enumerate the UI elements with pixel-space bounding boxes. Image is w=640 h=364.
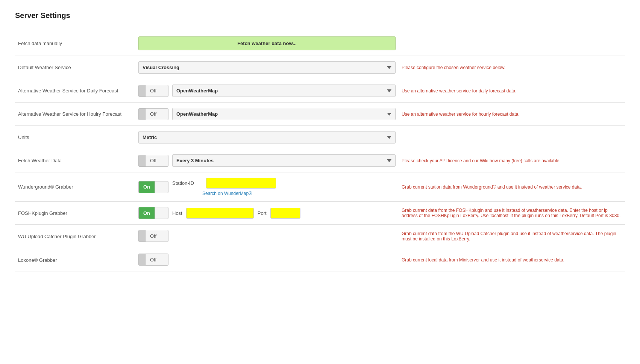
settings-row: FOSHKplugin Grabber On Host Port Grab cu… bbox=[15, 202, 625, 225]
host-port-row: Host Port bbox=[172, 208, 300, 219]
settings-row: Fetch data manually Fetch weather data n… bbox=[15, 31, 625, 56]
row-label: Units bbox=[15, 126, 135, 149]
toggle-stationid-group: On Station-ID Search on WunderMap® bbox=[138, 178, 396, 196]
port-input[interactable] bbox=[270, 208, 300, 219]
row-control: Visual CrossingOpenWeatherMapDarkSky bbox=[135, 56, 399, 79]
row-label: Fetch data manually bbox=[15, 31, 135, 56]
row-note bbox=[399, 31, 625, 56]
toggle-button[interactable]: Off bbox=[138, 108, 168, 120]
toggle-label: On bbox=[139, 207, 155, 219]
row-label: Loxone® Grabber bbox=[15, 248, 135, 272]
row-control: On Station-ID Search on WunderMap® bbox=[135, 172, 399, 202]
toggle-button[interactable]: On bbox=[138, 207, 168, 219]
row-control: Off bbox=[135, 225, 399, 248]
row-label: FOSHKplugin Grabber bbox=[15, 202, 135, 225]
toggle-knob bbox=[139, 254, 146, 265]
toggle-knob bbox=[139, 109, 146, 120]
toggle-label: On bbox=[139, 181, 155, 193]
toggle-knob bbox=[155, 181, 161, 193]
select-control[interactable]: Visual CrossingOpenWeatherMapDarkSky bbox=[138, 61, 396, 74]
toggle-label: Off bbox=[146, 111, 161, 117]
toggle-knob bbox=[139, 230, 146, 242]
row-control: On Host Port bbox=[135, 202, 399, 225]
toggle-select-group: Off OpenWeatherMapVisual CrossingDarkSky bbox=[138, 108, 396, 120]
page-title: Server Settings bbox=[15, 11, 625, 20]
toggle-label: Off bbox=[146, 233, 161, 239]
toggle-knob bbox=[139, 155, 146, 166]
row-control: MetricImperial bbox=[135, 126, 399, 149]
select-control[interactable]: OpenWeatherMapVisual CrossingDarkSky bbox=[172, 85, 396, 97]
toggle-knob bbox=[155, 207, 161, 219]
row-note: Use an alternative weather service for d… bbox=[399, 79, 625, 103]
row-note: Use an alternative weather service for h… bbox=[399, 103, 625, 126]
row-control: Fetch weather data now... bbox=[135, 31, 399, 56]
row-label: WU Upload Catcher Plugin Grabber bbox=[15, 225, 135, 248]
settings-row: Fetch Weather Data Off Every 3 MinutesEv… bbox=[15, 149, 625, 172]
settings-table: Fetch data manually Fetch weather data n… bbox=[15, 31, 625, 272]
row-note: Please configure the chosen weather serv… bbox=[399, 56, 625, 79]
row-label: Alternative Weather Service for Daily Fo… bbox=[15, 79, 135, 103]
fetch-now-button[interactable]: Fetch weather data now... bbox=[138, 36, 396, 50]
row-note: Grab current data from the WU Upload Cat… bbox=[399, 225, 625, 248]
select-control[interactable]: OpenWeatherMapVisual CrossingDarkSky bbox=[172, 108, 396, 120]
settings-row: Wunderground® Grabber On Station-ID Sear… bbox=[15, 172, 625, 202]
row-note: Grab current station data from Wundergro… bbox=[399, 172, 625, 202]
station-id-section: Station-ID Search on WunderMap® bbox=[172, 178, 276, 196]
toggle-label: Off bbox=[146, 88, 161, 94]
toggle-button[interactable]: Off bbox=[138, 230, 168, 242]
settings-row: Units MetricImperial bbox=[15, 126, 625, 149]
station-id-label: Station-ID bbox=[172, 180, 202, 186]
row-note bbox=[399, 126, 625, 149]
host-label: Host bbox=[172, 210, 182, 216]
row-control: Off bbox=[135, 248, 399, 272]
port-label: Port bbox=[258, 210, 267, 216]
toggle-button[interactable]: Off bbox=[138, 254, 168, 266]
toggle-button[interactable]: On bbox=[138, 181, 168, 193]
row-note: Please check your API licence and our Wi… bbox=[399, 149, 625, 172]
settings-row: Default Weather Service Visual CrossingO… bbox=[15, 56, 625, 79]
select-control[interactable]: MetricImperial bbox=[138, 131, 396, 143]
settings-row: Alternative Weather Service for Houlry F… bbox=[15, 103, 625, 126]
row-note: Grab current data from the FOSHKplugin a… bbox=[399, 202, 625, 225]
row-control: Off OpenWeatherMapVisual CrossingDarkSky bbox=[135, 79, 399, 103]
station-id-input[interactable] bbox=[206, 178, 276, 189]
settings-row: WU Upload Catcher Plugin Grabber Off Gra… bbox=[15, 225, 625, 248]
settings-row: Loxone® Grabber Off Grab current local d… bbox=[15, 248, 625, 272]
toggle-hostport-group: On Host Port bbox=[138, 207, 396, 219]
row-label: Default Weather Service bbox=[15, 56, 135, 79]
row-label: Fetch Weather Data bbox=[15, 149, 135, 172]
row-label: Alternative Weather Service for Houlry F… bbox=[15, 103, 135, 126]
toggle-label: Off bbox=[146, 257, 161, 263]
host-input[interactable] bbox=[186, 208, 254, 219]
toggle-knob bbox=[139, 85, 146, 97]
toggle-label: Off bbox=[146, 158, 161, 163]
station-id-row: Station-ID bbox=[172, 178, 276, 189]
toggle-button[interactable]: Off bbox=[138, 85, 168, 97]
settings-row: Alternative Weather Service for Daily Fo… bbox=[15, 79, 625, 103]
select-control[interactable]: Every 3 MinutesEvery 5 MinutesEvery 10 M… bbox=[172, 154, 396, 167]
search-wundermap-link[interactable]: Search on WunderMap® bbox=[172, 191, 276, 196]
row-control: Off Every 3 MinutesEvery 5 MinutesEvery … bbox=[135, 149, 399, 172]
toggle-button[interactable]: Off bbox=[138, 155, 168, 167]
row-control: Off OpenWeatherMapVisual CrossingDarkSky bbox=[135, 103, 399, 126]
toggle-select-group: Off Every 3 MinutesEvery 5 MinutesEvery … bbox=[138, 154, 396, 167]
row-note: Grab current local data from Miniserver … bbox=[399, 248, 625, 272]
row-label: Wunderground® Grabber bbox=[15, 172, 135, 202]
toggle-select-group: Off OpenWeatherMapVisual CrossingDarkSky bbox=[138, 85, 396, 97]
